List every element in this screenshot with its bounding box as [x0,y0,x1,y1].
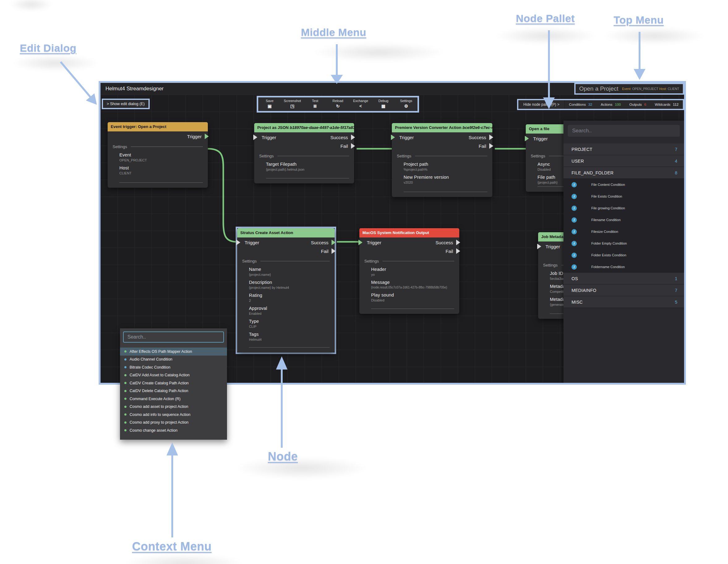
node-header[interactable]: Event trigger: Open a Project [108,122,208,131]
port-trigger-in[interactable]: Trigger [253,134,276,140]
info-icon[interactable]: i [572,264,577,270]
context-menu-item[interactable]: Cosmo add proxy to project Action [120,419,227,427]
info-icon[interactable]: i [572,217,577,223]
stat-conditions: Conditions 32 [569,103,592,106]
hide-node-pallet-button[interactable]: Hide node pallet (P) > [518,100,565,109]
pallet-item[interactable]: iFile growing Condition [563,202,684,214]
port-trigger-in[interactable]: Trigger [525,135,548,142]
page: Helmut4 Streamdesigner Open a Project Ev… [0,0,728,564]
edit-dialog-annotation: Edit Dialog [20,42,76,54]
port-success-out[interactable]: Success [469,134,493,140]
context-menu-item[interactable]: CatDV Create Catalog Path Action [120,379,227,387]
node-macos-notification[interactable]: MacOS System Notification Output Trigger… [359,228,459,314]
test-button[interactable]: Test ≣ [304,97,327,111]
stream-meta: Event: OPEN_PROJECT Host: CLIENT [622,87,679,91]
pallet-item[interactable]: iFoldername Condition [563,261,684,273]
port-trigger-in[interactable]: Trigger [236,239,259,246]
context-menu-item[interactable]: Audio Channel Condition [120,356,227,364]
stat-outputs: Outputs 6 [629,103,646,106]
node-pallet-annotation: Node Pallet [516,12,575,24]
settings-button[interactable]: Settings ⚙ [395,97,418,111]
node-settings: Settings Project path %project.path% New… [397,154,487,184]
screenshot-button[interactable]: Screenshot ◳ [281,97,304,111]
node-annotation: Node [268,450,298,463]
title-bar: Helmut4 Streamdesigner Open a Project Ev… [101,83,684,95]
context-menu-item[interactable]: Cosmo add asset to project Action [120,403,227,411]
context-menu: After Effects OS Path Mapper Action Audi… [120,328,227,440]
pallet-stats: Conditions 32 Actions 100 Outputs 6 Wild… [565,100,683,109]
port-fail-out[interactable]: Fail [446,248,460,254]
test-icon: ≣ [304,104,327,109]
info-icon[interactable]: i [572,241,577,246]
pallet-group-mediainfo[interactable]: MEDIAINFO 7 [563,284,684,296]
pallet-item[interactable]: iFile Content Condition [563,179,684,190]
top-menu-stream-box[interactable]: Open a Project Event: OPEN_PROJECT Host:… [574,83,684,95]
condition-dot-icon [124,358,126,361]
show-edit-dialog-button[interactable]: > Show edit dialog (E) [102,99,150,109]
port-fail-out[interactable]: Fail [321,248,336,254]
context-menu-item[interactable]: Cosmo add info to sequence Action [120,411,227,419]
setting: Target Filepath {project.path}.helmut.js… [266,162,349,171]
save-button[interactable]: Save ▣ [258,97,281,111]
pallet-item[interactable]: iFilesize Condition [563,226,684,237]
info-icon[interactable]: i [572,194,577,199]
group-count: 1 [675,276,677,281]
context-menu-search-input[interactable] [123,331,224,343]
context-menu-item[interactable]: Cosmo change asset Action [120,426,227,434]
host-value: CLIENT [668,87,679,91]
info-icon[interactable]: i [572,229,577,234]
node-event-trigger[interactable]: Event trigger: Open a Project Trigger Se… [108,122,208,188]
setting: Project path %project.path% [404,162,487,171]
debug-button[interactable]: Debug ▦ [372,97,395,111]
pallet-group-project[interactable]: PROJECT 7 [563,143,684,155]
reload-button[interactable]: Reload ↻ [327,97,349,111]
action-dot-icon [124,382,126,384]
port-success-out[interactable]: Success [311,239,336,246]
node-header[interactable]: Stratus Create Asset Action [237,228,335,237]
exchange-button[interactable]: Exchange < [349,97,372,111]
pallet-group-os[interactable]: OS 1 [563,273,684,284]
port-trigger-in[interactable]: Trigger [537,243,560,250]
port-arrow-icon [456,240,460,245]
context-menu-item[interactable]: After Effects OS Path Mapper Action [120,348,227,356]
host-label: Host: [659,87,667,91]
save-icon: ▣ [258,104,281,109]
port-fail-out[interactable]: Fail [340,143,355,149]
pallet-search-input[interactable] [568,125,680,137]
pallet-item[interactable]: iFilename Condition [563,214,684,226]
stat-actions: Actions 100 [601,103,621,106]
node-premiere-version-converter[interactable]: Premiere Version Converter Action bce9f2… [392,123,492,197]
port-arrow-icon [332,240,336,245]
context-menu-item[interactable]: Bitrate Codec Condition [120,363,227,371]
context-menu-item[interactable]: Command Execute Action (R) [120,395,227,403]
context-menu-item[interactable]: CatDV Add Asset to Catalog Action [120,371,227,379]
pallet-item[interactable]: iFolder Exists Condition [563,249,684,261]
port-success-out[interactable]: Success [330,134,355,140]
info-icon[interactable]: i [572,206,577,211]
action-dot-icon [124,390,126,392]
action-dot-icon [124,406,126,408]
port-arrow-icon [253,135,257,140]
node-header[interactable]: Premiere Version Converter Action bce9f2… [392,123,492,132]
info-icon[interactable]: i [572,253,577,258]
port-trigger-in[interactable]: Trigger [391,134,414,140]
port-success-out[interactable]: Success [435,239,460,246]
port-trigger-in[interactable]: Trigger [358,239,381,246]
node-project-as-json[interactable]: Project as JSON b18970ae-daae-4497-a1de-… [254,123,354,183]
info-icon[interactable]: i [572,182,577,187]
node-header[interactable]: Project as JSON b18970ae-daae-4497-a1de-… [254,123,354,132]
node-stratus-create-asset[interactable]: Stratus Create Asset Action Trigger Succ… [237,228,335,353]
context-menu-item[interactable]: CatDV Delete Catalog Path Action [120,387,227,395]
pallet-group-file-and-folder[interactable]: FILE_AND_FOLDER 8 [563,167,684,179]
port-trigger-out[interactable]: Trigger [187,133,209,139]
setting: Rating 2 [249,293,330,302]
pallet-group-user[interactable]: USER 4 [563,155,684,167]
action-dot-icon [124,374,126,376]
pallet-item[interactable]: iFolder Empty Condition [563,237,684,249]
pallet-item[interactable]: iFile Exists Condition [563,190,684,202]
pallet-group-misc[interactable]: MISC 5 [563,296,684,308]
node-header[interactable]: MacOS System Notification Output [359,228,459,237]
port-fail-out[interactable]: Fail [479,143,493,149]
shadow-blob [235,457,368,479]
gear-icon: ⚙ [395,104,418,109]
